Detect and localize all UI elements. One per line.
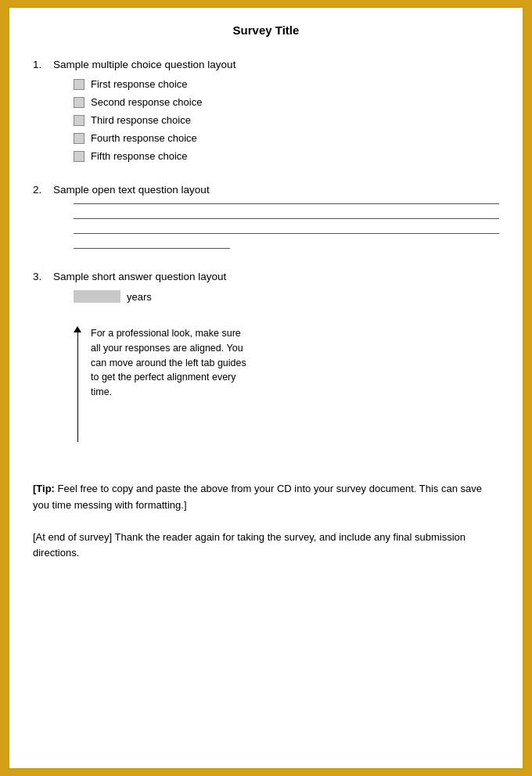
choice-item: Second response choice (74, 96, 499, 108)
question-2-block: 2. Sample open text question layout (33, 184, 499, 249)
question-3-text: Sample short answer question layout (53, 271, 226, 282)
text-line-3 (74, 233, 499, 234)
checkbox-icon[interactable] (74, 133, 84, 144)
question-1-label: 1. Sample multiple choice question layou… (33, 59, 499, 70)
choice-label: Fifth response choice (91, 150, 188, 162)
question-2-label: 2. Sample open text question layout (33, 184, 499, 196)
text-line-4 (74, 248, 230, 249)
question-1-text: Sample multiple choice question layout (53, 59, 235, 70)
question-1-number: 1. (33, 59, 49, 70)
choice-label: Second response choice (91, 96, 202, 108)
choice-label: First response choice (91, 78, 188, 90)
survey-page: Survey Title 1. Sample multiple choice q… (8, 6, 524, 770)
question-2-number: 2. (33, 184, 49, 196)
tip-prefix: [Tip: (33, 483, 55, 494)
tip-arrow (74, 326, 81, 442)
tip-paragraph: [Tip: Feel free to copy and paste the ab… (33, 481, 499, 514)
tip-middle: Feel free to copy and paste the above fr… (33, 483, 482, 511)
end-paragraph: [At end of survey] Thank the reader agai… (33, 530, 499, 562)
text-line-1 (74, 203, 499, 204)
checkbox-icon[interactable] (74, 79, 84, 90)
end-prefix: [At end of survey] (33, 531, 112, 543)
open-text-area (74, 203, 499, 249)
short-answer-input[interactable] (74, 290, 120, 303)
choice-item: Third response choice (74, 114, 499, 126)
checkbox-icon[interactable] (74, 151, 84, 162)
bottom-section: [Tip: Feel free to copy and paste the ab… (33, 473, 499, 562)
survey-title: Survey Title (33, 23, 499, 37)
choices-list: First response choice Second response ch… (74, 78, 499, 162)
text-line-2 (74, 218, 499, 219)
arrow-head-icon (74, 326, 81, 332)
short-answer-unit: years (127, 291, 152, 303)
choice-item: Fifth response choice (74, 150, 499, 162)
choice-label: Fourth response choice (91, 132, 197, 144)
choice-item: Fourth response choice (74, 132, 499, 144)
question-1-block: 1. Sample multiple choice question layou… (33, 59, 499, 162)
question-3-number: 3. (33, 271, 49, 282)
choice-item: First response choice (74, 78, 499, 90)
tip-box: For a professional look, make sure all y… (74, 326, 499, 442)
choice-label: Third response choice (91, 114, 191, 126)
short-answer-area: years (74, 290, 499, 303)
question-2-text: Sample open text question layout (53, 184, 210, 196)
arrow-line (77, 332, 78, 442)
tip-content-text: For a professional look, make sure all y… (91, 326, 247, 442)
question-3-block: 3. Sample short answer question layout y… (33, 271, 499, 303)
question-3-label: 3. Sample short answer question layout (33, 271, 499, 282)
checkbox-icon[interactable] (74, 115, 84, 126)
checkbox-icon[interactable] (74, 97, 84, 108)
